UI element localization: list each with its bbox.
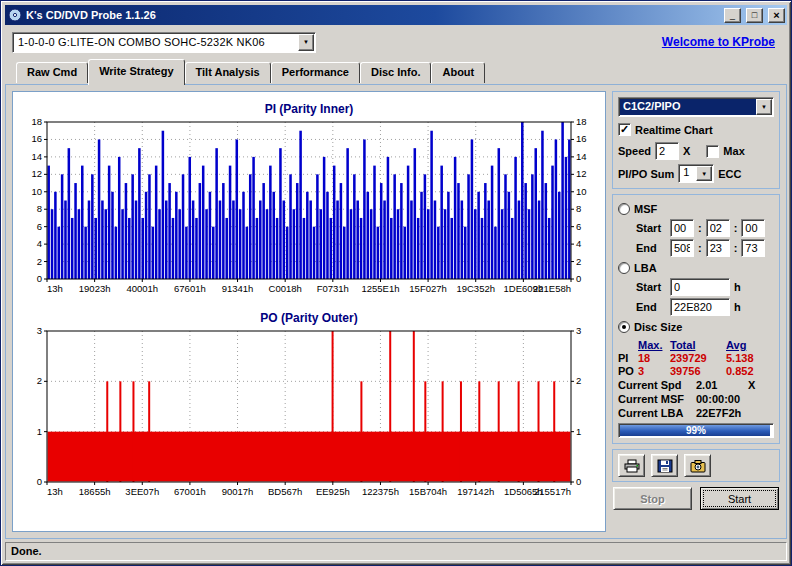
svg-text:67601h: 67601h xyxy=(174,283,206,294)
stats-corner xyxy=(618,339,638,351)
svg-text:3: 3 xyxy=(37,326,42,336)
colon-separator: : xyxy=(698,222,702,234)
tab-disc-info[interactable]: Disc Info. xyxy=(360,62,432,83)
stats-table: Max. Total Avg PI 18 239729 5.138 PO 3 3… xyxy=(618,339,774,377)
stats-po-max: 3 xyxy=(638,365,670,377)
minimize-button[interactable]: _ xyxy=(724,8,741,23)
stats-header-total: Total xyxy=(670,339,726,351)
svg-text:197142h: 197142h xyxy=(457,486,494,497)
print-button[interactable] xyxy=(618,454,645,477)
msf-end-row: End : : xyxy=(636,239,774,257)
speed-label: Speed xyxy=(618,145,651,157)
current-lba-row: Current LBA 22E7F2h xyxy=(618,407,774,419)
speed-input[interactable] xyxy=(655,142,679,160)
svg-text:0: 0 xyxy=(37,476,42,487)
colon-separator: : xyxy=(734,242,738,254)
radio-msf[interactable] xyxy=(618,203,630,215)
msf-start-row: Start : : xyxy=(636,219,774,237)
chart-type-select[interactable]: C1C2/PIPO ▼ xyxy=(618,97,774,117)
svg-text:0: 0 xyxy=(576,273,581,284)
stats-pi-max: 18 xyxy=(638,352,670,364)
realtime-label: Realtime Chart xyxy=(635,124,713,136)
svg-text:40001h: 40001h xyxy=(126,283,158,294)
colon-separator: : xyxy=(734,222,738,234)
save-button[interactable] xyxy=(651,454,678,477)
svg-text:2: 2 xyxy=(37,375,42,386)
maximize-button[interactable]: □ xyxy=(746,8,763,23)
start-button[interactable]: Start xyxy=(700,487,779,510)
pipo-sum-select[interactable]: 1 ▼ xyxy=(678,164,714,183)
svg-text:1255E1h: 1255E1h xyxy=(361,283,399,294)
realtime-chart-option[interactable]: ✓ Realtime Chart xyxy=(618,121,774,138)
colon-separator: : xyxy=(698,242,702,254)
tab-write-strategy[interactable]: Write Strategy xyxy=(88,59,184,85)
run-buttons-row: Stop Start xyxy=(612,487,780,510)
speed-unit: X xyxy=(683,145,690,157)
progress-bar: 99% xyxy=(618,423,774,438)
svg-text:10: 10 xyxy=(576,186,587,197)
snapshot-button[interactable] xyxy=(684,454,711,477)
svg-text:C0018h: C0018h xyxy=(269,283,302,294)
spacer xyxy=(748,393,774,405)
svg-text:2: 2 xyxy=(576,375,581,386)
lba-end-input[interactable] xyxy=(670,298,730,316)
svg-text:13h: 13h xyxy=(47,486,63,497)
svg-text:8: 8 xyxy=(576,203,581,214)
pipo-sum-label: PI/PO Sum xyxy=(618,168,674,180)
msf-radio-row[interactable]: MSF xyxy=(618,200,774,217)
drive-select[interactable]: 1-0-0-0 G:LITE-ON COMBO SOHC-5232K NK06 … xyxy=(12,32,316,53)
stop-button[interactable]: Stop xyxy=(613,487,692,510)
printer-icon xyxy=(624,459,640,473)
svg-text:2: 2 xyxy=(37,256,42,267)
svg-text:4: 4 xyxy=(37,238,42,249)
lba-radio-row[interactable]: LBA xyxy=(618,259,774,276)
lba-end-unit: h xyxy=(734,301,741,313)
svg-text:14: 14 xyxy=(31,151,42,162)
welcome-link[interactable]: Welcome to KProbe xyxy=(662,35,775,49)
stats-row-pi-name: PI xyxy=(618,352,638,364)
current-msf-row: Current MSF 00:00:00 xyxy=(618,393,774,405)
chevron-down-icon[interactable]: ▼ xyxy=(696,166,712,181)
tab-tilt-analysis[interactable]: Tilt Analysis xyxy=(185,62,271,83)
svg-text:122375h: 122375h xyxy=(362,486,399,497)
close-button[interactable]: × xyxy=(768,8,785,23)
svg-text:15B704h: 15B704h xyxy=(409,486,447,497)
max-checkbox[interactable] xyxy=(706,145,719,158)
msf-end-sec[interactable] xyxy=(706,239,730,257)
svg-text:EE925h: EE925h xyxy=(316,486,350,497)
chevron-down-icon[interactable]: ▼ xyxy=(298,34,314,51)
lba-start-row: Start h xyxy=(636,278,774,296)
chevron-down-icon[interactable]: ▼ xyxy=(756,99,772,115)
svg-text:1: 1 xyxy=(37,426,42,437)
msf-start-sec[interactable] xyxy=(706,219,730,237)
svg-text:6: 6 xyxy=(576,221,581,232)
msf-end-min[interactable] xyxy=(670,239,694,257)
chart-type-value: C1C2/PIPO xyxy=(620,99,756,115)
tab-about[interactable]: About xyxy=(431,62,485,83)
msf-start-label: Start xyxy=(636,222,666,234)
svg-text:90017h: 90017h xyxy=(222,486,254,497)
titlebar[interactable]: K's CD/DVD Probe 1.1.26 _ □ × xyxy=(5,5,787,25)
current-msf-value: 00:00:00 xyxy=(696,393,748,405)
lba-start-input[interactable] xyxy=(670,278,730,296)
disc-size-radio-row[interactable]: Disc Size xyxy=(618,318,774,335)
msf-end-frame[interactable] xyxy=(741,239,765,257)
lba-start-label: Start xyxy=(636,281,666,293)
stats-header-max: Max. xyxy=(638,339,670,351)
msf-start-frame[interactable] xyxy=(741,219,765,237)
pi-chart-title: PI (Parity Inner) xyxy=(20,102,598,116)
max-label: Max xyxy=(723,145,744,157)
radio-lba[interactable] xyxy=(618,262,630,274)
po-chart: 0011223313h18655h3EE07h67001h90017hBD567… xyxy=(20,326,598,498)
svg-text:15F027h: 15F027h xyxy=(409,283,447,294)
app-window: K's CD/DVD Probe 1.1.26 _ □ × 1-0-0-0 G:… xyxy=(0,0,792,566)
realtime-checkbox[interactable]: ✓ xyxy=(618,123,631,136)
svg-text:0: 0 xyxy=(37,273,42,284)
svg-text:10: 10 xyxy=(31,186,42,197)
stats-header-avg: Avg xyxy=(726,339,768,351)
msf-start-min[interactable] xyxy=(670,219,694,237)
radio-disc-size[interactable] xyxy=(618,321,630,333)
tab-raw-cmd[interactable]: Raw Cmd xyxy=(16,62,88,83)
statusbar: Done. xyxy=(5,539,787,561)
tab-performance[interactable]: Performance xyxy=(271,62,360,83)
